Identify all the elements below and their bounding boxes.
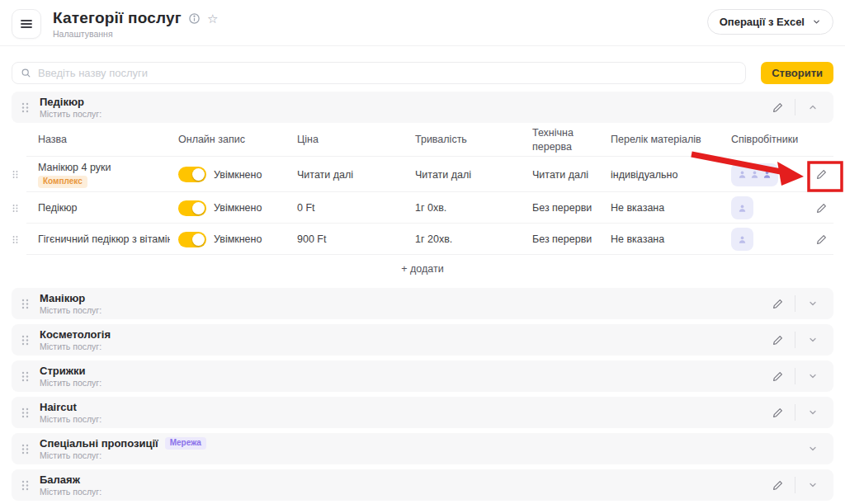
category-name: Стрижки [40, 365, 85, 377]
expand-category-icon[interactable] [802, 439, 824, 459]
employees-badge[interactable] [731, 163, 778, 186]
tech-break-value: Без перерви [532, 202, 611, 214]
col-header-duration: Тривалість [415, 133, 532, 147]
drag-handle-icon[interactable] [21, 102, 29, 113]
tech-break-value[interactable]: Читати далі [532, 169, 611, 181]
toggle-status-label: Увімкнено [214, 233, 262, 245]
edit-category-icon[interactable] [767, 403, 788, 422]
edit-category-icon[interactable] [767, 97, 788, 117]
online-booking-toggle[interactable] [178, 167, 206, 182]
search-input[interactable] [38, 67, 737, 79]
excel-operations-label: Операції з Excel [720, 16, 805, 28]
service-name: Педікюр [38, 202, 170, 214]
expand-category-icon[interactable] [802, 403, 824, 422]
service-name: Гігєничний педікюр з вітамінн... [38, 233, 170, 245]
materials-value: Не вказана [611, 202, 731, 214]
person-icon [738, 235, 747, 244]
category-services-label: Містить послуг: [40, 450, 206, 460]
drag-handle-icon[interactable] [21, 407, 29, 418]
online-booking-toggle[interactable] [178, 200, 206, 216]
online-booking-toggle[interactable] [178, 232, 206, 247]
drag-handle-icon[interactable] [21, 299, 29, 309]
col-header-tech-break: Технічна перерва [532, 126, 611, 154]
drag-handle-icon[interactable] [12, 235, 38, 244]
employees-badge[interactable] [731, 228, 753, 251]
category-card-haircut-en[interactable]: Haircut Містить послуг: [12, 397, 833, 428]
expand-category-icon[interactable] [802, 366, 824, 386]
expand-category-icon[interactable] [802, 294, 824, 313]
page-title: Категорії послуг [53, 9, 182, 27]
col-header-price: Ціна [297, 133, 415, 147]
drag-handle-icon[interactable] [12, 170, 38, 179]
edit-category-icon[interactable] [767, 475, 788, 495]
category-card-special-offers[interactable]: Спеціальні пропозиції Мережа Містить пос… [12, 433, 833, 464]
expand-category-icon[interactable] [802, 330, 824, 350]
drag-handle-icon[interactable] [12, 204, 38, 213]
category-name: Haircut [40, 401, 77, 413]
category-name: Педікюр [40, 96, 84, 108]
col-header-online: Онлайн запис [178, 133, 297, 147]
collapse-category-icon[interactable] [802, 97, 824, 117]
edit-category-icon[interactable] [767, 366, 788, 386]
drag-handle-icon[interactable] [21, 335, 29, 346]
category-services-label: Містить послуг: [40, 414, 101, 424]
expand-category-icon[interactable] [802, 475, 824, 495]
edit-category-icon[interactable] [767, 294, 788, 313]
category-name: Манікюр [40, 292, 85, 304]
edit-service-icon[interactable] [810, 229, 832, 249]
employees-badge[interactable] [731, 196, 753, 219]
add-service-button[interactable]: + додати [401, 263, 443, 275]
edit-service-icon[interactable] [810, 198, 832, 218]
price-value: 0 Ft [297, 202, 415, 214]
table-row: Гігєничний педікюр з вітамінн... Увімкне… [12, 224, 833, 255]
col-header-employees: Співробітники [731, 133, 810, 147]
category-card-cosmetology[interactable]: Косметологія Містить послуг: [12, 324, 833, 356]
category-card-manicure[interactable]: Манікюр Містить послуг: [12, 288, 833, 319]
category-name: Косметологія [40, 328, 111, 341]
duration-value[interactable]: Читати далі [415, 169, 532, 181]
person-icon [762, 170, 772, 179]
network-badge: Мережа [165, 437, 206, 450]
category-services-label: Містить послуг: [40, 341, 111, 351]
services-table: Назва Онлайн запис Ціна Тривалість Техні… [12, 123, 833, 283]
table-header-row: Назва Онлайн запис Ціна Тривалість Техні… [12, 123, 833, 157]
category-card-pedicure[interactable]: Педікюр Містить послуг: [12, 92, 833, 123]
service-name: Манікюр 4 руки [38, 162, 170, 173]
info-icon[interactable] [188, 12, 201, 25]
category-name: Спеціальні пропозиції [40, 437, 158, 450]
excel-operations-button[interactable]: Операції з Excel [707, 9, 833, 35]
materials-value: індивідуально [611, 169, 731, 181]
table-row: Манікюр 4 руки Комплекс Увімкнено Читати… [12, 157, 833, 192]
toggle-status-label: Увімкнено [214, 202, 262, 214]
tech-break-value: Без перерви [532, 233, 611, 245]
category-services-label: Містить послуг: [40, 109, 101, 119]
edit-category-icon[interactable] [767, 330, 788, 350]
drag-handle-icon[interactable] [21, 371, 29, 382]
create-button[interactable]: Створити [761, 62, 833, 84]
category-services-label: Містить послуг: [40, 305, 101, 315]
search-box[interactable] [12, 62, 746, 84]
edit-service-icon[interactable] [810, 165, 832, 185]
duration-value: 1г 0хв. [415, 202, 532, 214]
person-icon [750, 170, 759, 179]
search-icon [21, 68, 31, 78]
price-value[interactable]: Читати далі [297, 169, 415, 181]
category-card-haircuts[interactable]: Стрижки Містить послуг: [12, 360, 833, 392]
menu-icon[interactable] [12, 9, 41, 39]
col-header-name: Назва [38, 133, 178, 147]
person-icon [738, 170, 747, 179]
breadcrumb: Налаштування [53, 29, 218, 39]
complex-badge: Комплекс [38, 176, 87, 188]
category-name: Балаяж [40, 473, 80, 486]
drag-handle-icon[interactable] [21, 480, 29, 491]
col-header-materials: Перелік матеріалів [611, 133, 731, 147]
table-row: Педікюр Увімкнено 0 Ft 1г 0хв. Без перер… [12, 192, 833, 224]
category-services-label: Містить послуг: [40, 487, 101, 497]
drag-handle-icon[interactable] [21, 444, 29, 455]
price-value: 900 Ft [297, 233, 415, 245]
category-card-balayage[interactable]: Балаяж Містить послуг: [12, 469, 833, 501]
toggle-status-label: Увімкнено [214, 169, 262, 181]
toolbar: Створити [12, 62, 833, 84]
favorite-star-icon[interactable]: ☆ [207, 12, 218, 25]
materials-value: Не вказана [611, 233, 731, 245]
